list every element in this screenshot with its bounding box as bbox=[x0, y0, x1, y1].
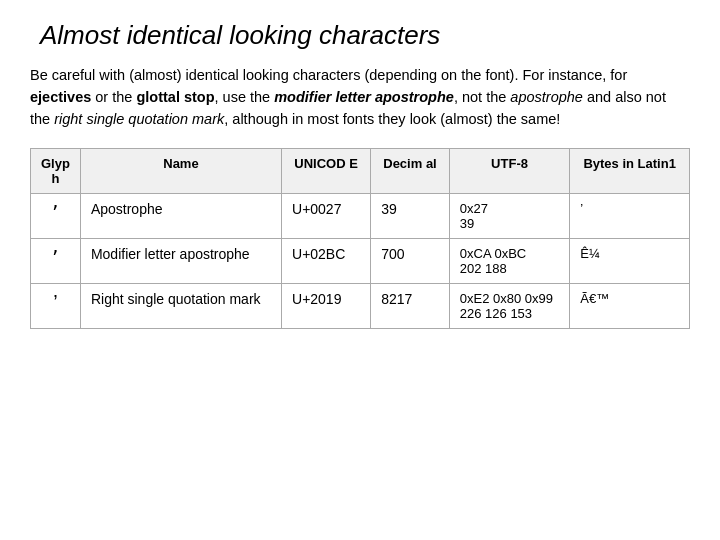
table-row: ʼApostropheU+0027390x27 39’ bbox=[31, 194, 690, 239]
page-title: Almost identical looking characters bbox=[30, 20, 690, 51]
modifier-letter-text: modifier letter apostrophe bbox=[274, 89, 454, 105]
cell-glyph: ʼ bbox=[31, 239, 81, 284]
col-decimal: Decim al bbox=[371, 149, 450, 194]
table-row: ʼModifier letter apostropheU+02BC7000xCA… bbox=[31, 239, 690, 284]
col-bytes: Bytes in Latin1 bbox=[570, 149, 690, 194]
col-glyph: Glyp h bbox=[31, 149, 81, 194]
intro-paragraph: Be careful with (almost) identical looki… bbox=[30, 65, 690, 130]
table-row: ’Right single quotation markU+201982170x… bbox=[31, 284, 690, 329]
cell-glyph: ’ bbox=[31, 284, 81, 329]
cell-name: Apostrophe bbox=[80, 194, 281, 239]
italic-right-single: right single quotation mark bbox=[54, 111, 224, 127]
cell-utf8: 0xE2 0x80 0x99 226 126 153 bbox=[449, 284, 570, 329]
col-name: Name bbox=[80, 149, 281, 194]
cell-bytes: ’ bbox=[570, 194, 690, 239]
cell-utf8: 0x27 39 bbox=[449, 194, 570, 239]
cell-bytes: Ã€™ bbox=[570, 284, 690, 329]
cell-bytes: Ê¼ bbox=[570, 239, 690, 284]
cell-unicode: U+2019 bbox=[282, 284, 371, 329]
cell-name: Modifier letter apostrophe bbox=[80, 239, 281, 284]
bold-glottal-stop: glottal stop bbox=[136, 89, 214, 105]
col-unicode: UNICOD E bbox=[282, 149, 371, 194]
cell-utf8: 0xCA 0xBC 202 188 bbox=[449, 239, 570, 284]
cell-glyph: ʼ bbox=[31, 194, 81, 239]
cell-decimal: 8217 bbox=[371, 284, 450, 329]
bold-ejectives: ejectives bbox=[30, 89, 91, 105]
cell-unicode: U+02BC bbox=[282, 239, 371, 284]
cell-unicode: U+0027 bbox=[282, 194, 371, 239]
italic-apostrophe: apostrophe bbox=[510, 89, 583, 105]
cell-name: Right single quotation mark bbox=[80, 284, 281, 329]
characters-table: Glyp h Name UNICOD E Decim al UTF-8 Byte… bbox=[30, 148, 690, 329]
cell-decimal: 700 bbox=[371, 239, 450, 284]
col-utf8: UTF-8 bbox=[449, 149, 570, 194]
cell-decimal: 39 bbox=[371, 194, 450, 239]
